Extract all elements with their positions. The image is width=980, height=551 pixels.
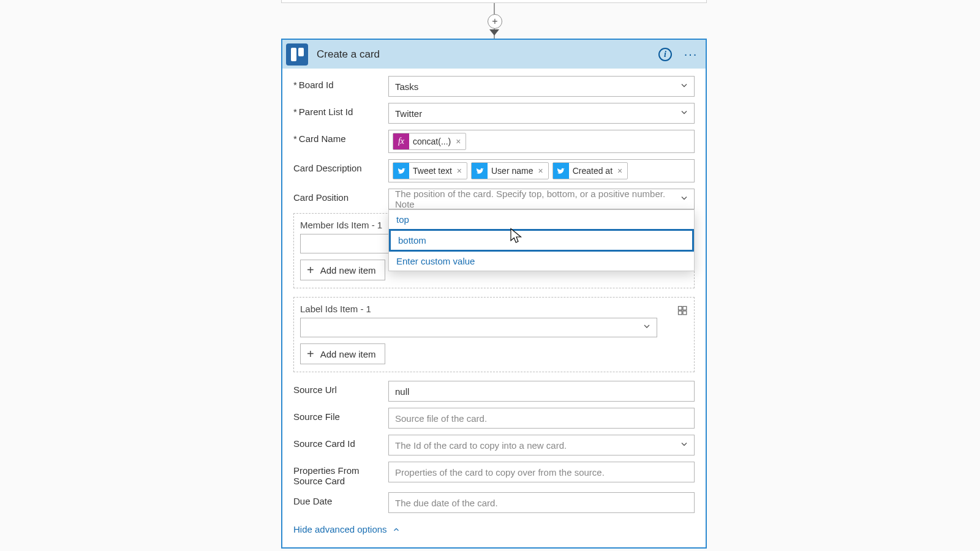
- label-card-position: Card Position: [293, 189, 388, 203]
- fx-icon: fx: [393, 133, 409, 149]
- chevron-down-icon: [679, 108, 689, 119]
- chevron-down-icon: [679, 193, 689, 205]
- more-button[interactable]: ···: [682, 46, 699, 63]
- option-bottom[interactable]: bottom: [389, 229, 694, 252]
- add-item-label: Add new item: [320, 349, 376, 359]
- remove-token-icon[interactable]: ×: [454, 166, 464, 176]
- token-text: Tweet text: [413, 166, 454, 176]
- twitter-icon: [472, 163, 488, 179]
- input-source-file-placeholder: Source file of the card.: [395, 413, 487, 424]
- remove-token-icon[interactable]: ×: [535, 166, 545, 176]
- row-source-url: Source Url null: [293, 381, 695, 402]
- hide-advanced-label: Hide advanced options: [293, 524, 387, 534]
- row-source-card-id: Source Card Id The Id of the card to cop…: [293, 435, 695, 455]
- label-board-id: Board Id: [293, 76, 388, 90]
- input-props-from-source[interactable]: Properties of the card to copy over from…: [388, 462, 695, 482]
- select-card-position-placeholder: The position of the card. Specify top, b…: [395, 189, 676, 209]
- row-board-id: Board Id Tasks: [293, 76, 695, 97]
- row-source-file: Source File Source file of the card.: [293, 408, 695, 429]
- select-card-position[interactable]: The position of the card. Specify top, b…: [388, 189, 695, 209]
- plus-icon: +: [307, 264, 314, 276]
- chevron-down-icon: [679, 81, 689, 92]
- card-body: Board Id Tasks Parent List Id Twitter Ca…: [282, 69, 706, 547]
- add-label-item-button[interactable]: + Add new item: [300, 343, 385, 364]
- chevron-down-icon: [642, 321, 652, 334]
- connector-arrow-icon: [489, 29, 499, 36]
- add-member-item-button[interactable]: + Add new item: [300, 260, 385, 280]
- row-card-position: Card Position The position of the card. …: [293, 189, 695, 209]
- add-item-label: Add new item: [320, 265, 376, 276]
- token-text: User name: [491, 166, 535, 176]
- svg-rect-4: [679, 307, 682, 310]
- card-position-dropdown: top bottom Enter custom value: [388, 209, 695, 271]
- chevron-down-icon: [679, 440, 689, 451]
- svg-rect-6: [679, 311, 682, 315]
- token-user-name[interactable]: User name ×: [471, 162, 549, 179]
- input-card-description[interactable]: Tweet text × User name × Created at ×: [388, 159, 695, 182]
- input-props-from-source-placeholder: Properties of the card to copy over from…: [395, 467, 605, 478]
- chevron-up-icon: [392, 525, 401, 534]
- select-board-id-value: Tasks: [395, 81, 418, 92]
- input-source-file[interactable]: Source file of the card.: [388, 408, 695, 429]
- label-props-from-source: Properties From Source Card: [293, 462, 388, 486]
- label-source-card-id: Source Card Id: [293, 435, 388, 449]
- label-source-file: Source File: [293, 408, 388, 422]
- token-text: concat(...): [413, 137, 453, 146]
- svg-rect-7: [683, 311, 687, 315]
- card-title: Create a card: [317, 48, 648, 61]
- select-source-card-id[interactable]: The Id of the card to copy into a new ca…: [388, 435, 695, 455]
- select-source-card-id-placeholder: The Id of the card to copy into a new ca…: [395, 440, 567, 451]
- row-due-date: Due Date The due date of the card.: [293, 492, 695, 513]
- input-due-date[interactable]: The due date of the card.: [388, 492, 695, 513]
- remove-token-icon[interactable]: ×: [615, 166, 625, 176]
- option-top[interactable]: top: [389, 210, 694, 229]
- option-enter-custom[interactable]: Enter custom value: [389, 252, 694, 271]
- label-parent-list-id: Parent List Id: [293, 103, 388, 117]
- token-created-at[interactable]: Created at ×: [552, 162, 628, 179]
- info-button[interactable]: i: [657, 46, 674, 63]
- twitter-icon: [393, 163, 409, 179]
- token-tweet-text[interactable]: Tweet text ×: [393, 162, 467, 179]
- label-due-date: Due Date: [293, 492, 388, 506]
- hide-advanced-toggle[interactable]: Hide advanced options: [293, 524, 401, 534]
- plus-icon: +: [307, 348, 314, 360]
- add-step-button[interactable]: +: [488, 14, 502, 29]
- remove-token-icon[interactable]: ×: [453, 137, 463, 146]
- card-header[interactable]: Create a card i ···: [282, 40, 706, 69]
- create-card-action: Create a card i ··· Board Id Tasks Paren…: [281, 39, 707, 549]
- select-board-id[interactable]: Tasks: [388, 76, 695, 97]
- trello-icon: [286, 43, 308, 66]
- ellipsis-icon: ···: [684, 47, 698, 61]
- select-parent-list-id-value: Twitter: [395, 108, 422, 119]
- input-source-url-value: null: [395, 386, 409, 397]
- select-label-ids[interactable]: [300, 318, 657, 337]
- group-label-ids: Label Ids Item - 1 + Add new item: [293, 297, 695, 372]
- label-card-description: Card Description: [293, 159, 388, 173]
- token-fx-concat[interactable]: fx concat(...) ×: [393, 133, 466, 150]
- row-card-name: Card Name fx concat(...) ×: [293, 130, 695, 153]
- row-props-from-source: Properties From Source Card Properties o…: [293, 462, 695, 486]
- info-icon: i: [658, 48, 672, 61]
- row-parent-list-id: Parent List Id Twitter: [293, 103, 695, 124]
- row-card-description: Card Description Tweet text × User name …: [293, 159, 695, 182]
- input-due-date-placeholder: The due date of the card.: [395, 498, 498, 508]
- svg-rect-5: [683, 307, 687, 310]
- input-card-name[interactable]: fx concat(...) ×: [388, 130, 695, 153]
- label-source-url: Source Url: [293, 381, 388, 395]
- select-parent-list-id[interactable]: Twitter: [388, 103, 695, 124]
- switch-array-icon[interactable]: [676, 304, 690, 318]
- input-source-url[interactable]: null: [388, 381, 695, 402]
- twitter-icon: [553, 163, 569, 179]
- label-card-name: Card Name: [293, 130, 388, 144]
- label-label-ids: Label Ids Item - 1: [300, 304, 688, 314]
- token-text: Created at: [573, 166, 615, 176]
